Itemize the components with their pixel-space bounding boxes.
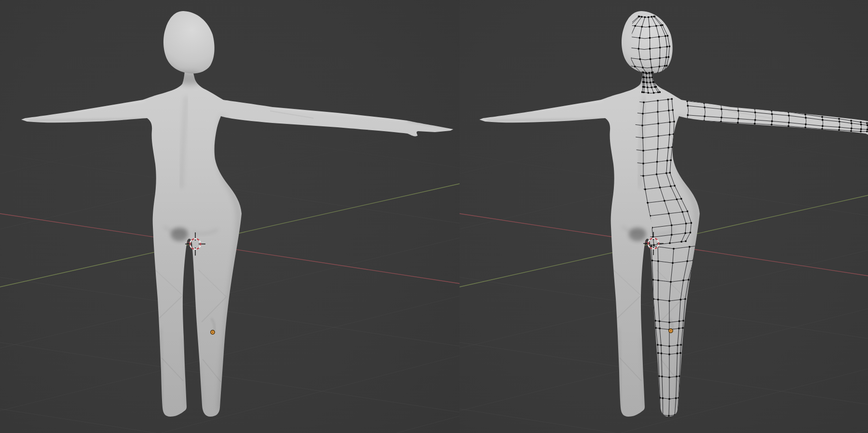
object-origin-dot: [669, 329, 673, 333]
viewport-shaded-canvas: [0, 0, 460, 433]
viewport-wireframe-canvas: [460, 0, 868, 433]
viewport-shaded[interactable]: [0, 0, 460, 433]
viewport-wireframe[interactable]: [460, 0, 868, 433]
object-origin-dot: [211, 330, 215, 334]
viewport-composite: [0, 0, 868, 433]
